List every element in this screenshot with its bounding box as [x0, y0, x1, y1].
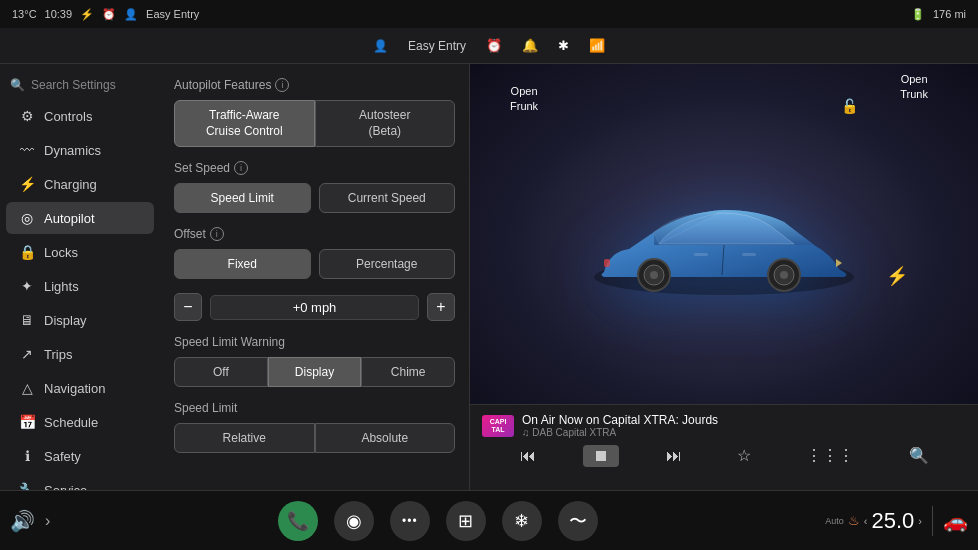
more-button[interactable]: ••• [390, 501, 430, 541]
open-frunk-label[interactable]: OpenFrunk [510, 84, 538, 115]
navigation-icon: △ [18, 380, 36, 396]
info-icon-offset[interactable]: i [210, 227, 224, 241]
taskbar-divider [932, 506, 933, 536]
schedule-icon: 📅 [18, 414, 36, 430]
queue-button[interactable]: ⋮⋮⋮ [798, 444, 862, 467]
sidebar-label-autopilot: Autopilot [44, 211, 95, 226]
next-track-button[interactable]: ⏭ [658, 445, 690, 467]
sidebar-item-dynamics[interactable]: 〰 Dynamics [6, 134, 154, 166]
autopilot-icon: ◎ [18, 210, 36, 226]
bluetooth-icon-header: ✱ [558, 38, 569, 53]
autosteer-button[interactable]: Autosteer (Beta) [315, 100, 456, 147]
status-bar-right: 🔋 176 mi [911, 8, 966, 21]
music-title: On Air Now on Capital XTRA: Jourds [522, 413, 966, 427]
current-speed-button[interactable]: Current Speed [319, 183, 456, 213]
sidebar-item-controls[interactable]: ⚙ Controls [6, 100, 154, 132]
dynamics-icon: 〰 [18, 142, 36, 158]
set-speed-title: Set Speed i [174, 161, 455, 175]
sidebar-item-trips[interactable]: ↗ Trips [6, 338, 154, 370]
search-placeholder: Search Settings [31, 78, 116, 92]
person-icon: 👤 [124, 8, 138, 21]
camera-button[interactable]: ◉ [334, 501, 374, 541]
chevron-right-icon[interactable]: › [45, 512, 50, 530]
search-bar[interactable]: 🔍 Search Settings [0, 74, 160, 100]
locks-icon: 🔒 [18, 244, 36, 260]
service-icon: 🔧 [18, 482, 36, 490]
volume-icon[interactable]: 🔊 [10, 509, 35, 533]
grid-button[interactable]: ⊞ [446, 501, 486, 541]
sidebar-item-locks[interactable]: 🔒 Locks [6, 236, 154, 268]
stop-button[interactable]: ⏹ [583, 445, 619, 467]
ac-button[interactable]: 〜 [558, 501, 598, 541]
relative-button[interactable]: Relative [174, 423, 315, 453]
prev-track-button[interactable]: ⏮ [512, 445, 544, 467]
bell-icon-header: 🔔 [522, 38, 538, 53]
safety-icon: ℹ [18, 448, 36, 464]
car-icon[interactable]: 🚗 [943, 509, 968, 533]
tcc-button[interactable]: Traffic-Aware Cruise Control [174, 100, 315, 147]
fixed-button[interactable]: Fixed [174, 249, 311, 279]
sidebar-item-display[interactable]: 🖥 Display [6, 304, 154, 336]
speed-limit-button[interactable]: Speed Limit [174, 183, 311, 213]
battery-icon: 🔋 [911, 8, 925, 21]
warning-display-button[interactable]: Display [268, 357, 362, 387]
percentage-button[interactable]: Percentage [319, 249, 456, 279]
phone-button[interactable]: 📞 [278, 501, 318, 541]
sidebar-label-safety: Safety [44, 449, 81, 464]
taskbar-left: 🔊 › [10, 509, 50, 533]
temp-left-chevron-left[interactable]: ‹ [864, 515, 868, 527]
favorite-button[interactable]: ☆ [729, 444, 759, 467]
fan-button[interactable]: ❄ [502, 501, 542, 541]
info-icon-features[interactable]: i [275, 78, 289, 92]
sidebar-item-navigation[interactable]: △ Navigation [6, 372, 154, 404]
open-trunk-label[interactable]: OpenTrunk [900, 72, 928, 103]
music-info: On Air Now on Capital XTRA: Jourds ♫ DAB… [522, 413, 966, 438]
warning-off-button[interactable]: Off [174, 357, 268, 387]
taskbar-right: Auto ♨ ‹ 25.0 › 🚗 [825, 506, 968, 536]
offset-value: +0 mph [210, 295, 419, 320]
sidebar-item-service[interactable]: 🔧 Service [6, 474, 154, 490]
autopilot-features-buttons: Traffic-Aware Cruise Control Autosteer (… [174, 100, 455, 147]
seat-heat-left-icon[interactable]: ♨ [848, 513, 860, 528]
speed-limit-warning-title: Speed Limit Warning [174, 335, 455, 349]
sidebar-label-display: Display [44, 313, 87, 328]
easy-entry-status: Easy Entry [146, 8, 199, 20]
trips-icon: ↗ [18, 346, 36, 362]
sidebar-label-charging: Charging [44, 177, 97, 192]
sidebar-item-lights[interactable]: ✦ Lights [6, 270, 154, 302]
temp-left-label: Auto [825, 516, 844, 526]
absolute-button[interactable]: Absolute [315, 423, 456, 453]
time: 10:39 [45, 8, 73, 20]
sidebar-item-safety[interactable]: ℹ Safety [6, 440, 154, 472]
music-controls: ⏮ ⏹ ⏭ ☆ ⋮⋮⋮ 🔍 [482, 444, 966, 467]
offset-minus-button[interactable]: − [174, 293, 202, 321]
warning-chime-button[interactable]: Chime [361, 357, 455, 387]
search-music-button[interactable]: 🔍 [901, 444, 937, 467]
sidebar-label-lights: Lights [44, 279, 79, 294]
offset-control: − +0 mph + [174, 293, 455, 321]
status-bar-left: 13°C 10:39 ⚡ ⏰ 👤 Easy Entry [12, 8, 199, 21]
temp-left-chevron-right[interactable]: › [918, 515, 922, 527]
sidebar-label-locks: Locks [44, 245, 78, 260]
autopilot-features-title: Autopilot Features i [174, 78, 455, 92]
sidebar-item-charging[interactable]: ⚡ Charging [6, 168, 154, 200]
alarm-icon: ⏰ [102, 8, 116, 21]
charging-icon: ⚡ [18, 176, 36, 192]
set-speed-buttons: Speed Limit Current Speed [174, 183, 455, 213]
music-header: CAPITAL On Air Now on Capital XTRA: Jour… [482, 413, 966, 438]
sidebar-label-trips: Trips [44, 347, 72, 362]
sidebar: 🔍 Search Settings ⚙ Controls 〰 Dynamics … [0, 64, 160, 490]
sidebar-item-schedule[interactable]: 📅 Schedule [6, 406, 154, 438]
sidebar-item-autopilot[interactable]: ◎ Autopilot [6, 202, 154, 234]
temp-left-control: Auto ♨ ‹ 25.0 › [825, 508, 922, 534]
sidebar-label-schedule: Schedule [44, 415, 98, 430]
sidebar-label-dynamics: Dynamics [44, 143, 101, 158]
offset-plus-button[interactable]: + [427, 293, 455, 321]
status-bar: 13°C 10:39 ⚡ ⏰ 👤 Easy Entry 🔋 176 mi [0, 0, 978, 28]
info-icon-speed[interactable]: i [234, 161, 248, 175]
signal-icon-header: 📶 [589, 38, 605, 53]
taskbar: 🔊 › 📞 ◉ ••• ⊞ ❄ 〜 Auto ♨ ‹ 25.0 › 🚗 [0, 490, 978, 550]
car-container: OpenFrunk OpenTrunk 🔓 ⚡ [470, 64, 978, 430]
svg-rect-8 [694, 253, 708, 256]
svg-rect-9 [742, 253, 756, 256]
